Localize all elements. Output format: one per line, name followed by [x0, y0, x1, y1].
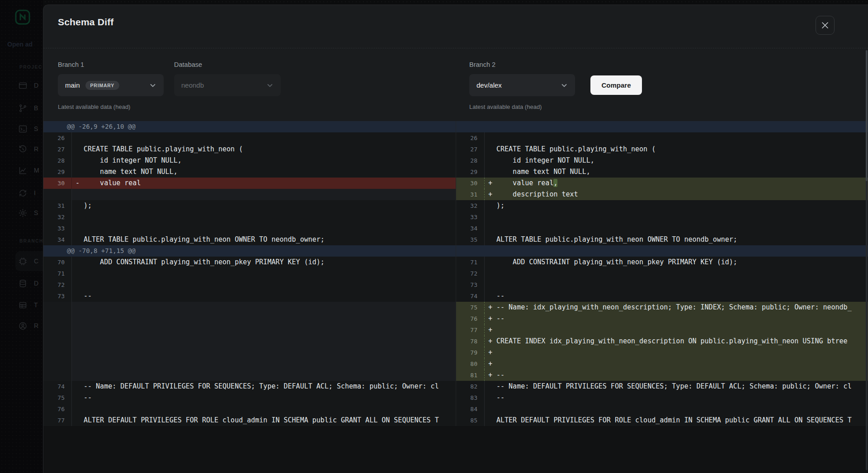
code-line [496, 211, 868, 223]
diff-row: 71 [43, 268, 456, 279]
header-divider [43, 48, 868, 48]
diff-marker [72, 415, 84, 426]
code-line [84, 268, 456, 279]
schema-diff-modal: Schema Diff Branch 1 main PRIMARY Latest… [43, 5, 868, 473]
diff-marker [72, 234, 84, 245]
code-line [84, 313, 456, 324]
branch2-select[interactable]: dev/alex [469, 74, 575, 96]
diff-row: 32 [43, 211, 456, 223]
hunk-header-label [456, 245, 480, 257]
line-number: 31 [456, 189, 485, 200]
code-line: ADD CONSTRAINT playing_with_neon_pkey PR… [496, 257, 868, 268]
diff-row: 83-- [456, 392, 868, 403]
diff-marker [72, 268, 84, 279]
diff-row: 26 [43, 132, 456, 144]
diff-row: 34 [456, 223, 868, 234]
diff-row: 76+-- [456, 313, 868, 324]
code-line [496, 223, 868, 234]
code-line: -- Name: DEFAULT PRIVILEGES FOR SEQUENCE… [496, 381, 868, 392]
line-number [43, 313, 72, 324]
code-line [84, 223, 456, 234]
line-number: 74 [456, 290, 485, 302]
diff-row: 75-- [43, 392, 456, 403]
diff-marker: + [485, 189, 496, 200]
chevron-down-icon [561, 82, 568, 89]
scrollbar-thumb[interactable] [866, 50, 868, 181]
diff-marker: + [485, 370, 496, 381]
diff-marker [485, 381, 496, 392]
diff-row: 74-- Name: DEFAULT PRIVILEGES FOR SEQUEN… [43, 381, 456, 392]
code-line: ALTER TABLE public.playing_with_neon OWN… [84, 234, 456, 245]
line-number [43, 370, 72, 381]
database-value: neondb [181, 81, 204, 89]
line-number: 71 [43, 268, 72, 279]
line-number: 79 [456, 347, 485, 358]
code-line: value real [84, 178, 456, 189]
diff-row: 70 ADD CONSTRAINT playing_with_neon_pkey… [43, 257, 456, 268]
diff-row: 78+CREATE INDEX idx_playing_with_neon_de… [456, 336, 868, 347]
code-line [496, 268, 868, 279]
diff-row: 30+ value real, [456, 178, 868, 189]
line-number: 35 [456, 234, 485, 245]
branch1-label: Branch 1 [58, 61, 84, 68]
diff-marker [72, 144, 84, 155]
diff-marker [72, 155, 84, 166]
chevron-down-icon [266, 82, 274, 89]
code-line [496, 403, 868, 415]
code-line [496, 358, 868, 370]
diff-marker [485, 279, 496, 290]
code-line [496, 279, 868, 290]
diff-row [43, 324, 456, 336]
primary-badge: PRIMARY [85, 81, 120, 90]
line-number: 29 [43, 166, 72, 178]
diff-row: 72 [456, 268, 868, 279]
database-label: Database [174, 61, 202, 68]
code-line: id integer NOT NULL, [84, 155, 456, 166]
diff-marker [485, 166, 496, 178]
sidebar: Open ad PROJECDBSRMISBRANCHCDTR [0, 0, 43, 473]
modal-title: Schema Diff [58, 17, 114, 28]
diff-marker: - [72, 178, 84, 189]
diff-marker [485, 268, 496, 279]
code-line [84, 279, 456, 290]
hunk-header-label: @@ -70,8 +71,15 @@ [43, 245, 136, 257]
code-line: name text NOT NULL, [84, 166, 456, 178]
hunk-header-row: @@ -26,9 +26,10 @@ [43, 121, 456, 132]
line-number: 33 [456, 211, 485, 223]
line-number: 85 [456, 415, 485, 426]
code-line [84, 358, 456, 370]
diff-row [43, 370, 456, 381]
diff-row: 32); [456, 200, 868, 211]
line-number: 75 [456, 302, 485, 313]
diff-row: 26 [456, 132, 868, 144]
compare-button[interactable]: Compare [590, 75, 642, 95]
close-button[interactable] [816, 16, 835, 35]
diff-pane-branch1: @@ -26,9 +26,10 @@2627CREATE TABLE publi… [43, 121, 456, 426]
schema-diff-viewer: @@ -26,9 +26,10 @@2627CREATE TABLE publi… [43, 121, 868, 426]
diff-row: 31+ description text [456, 189, 868, 200]
diff-marker: + [485, 313, 496, 324]
code-line: -- [496, 313, 868, 324]
branch2-value: dev/alex [476, 81, 502, 89]
line-number: 73 [43, 290, 72, 302]
line-number [43, 336, 72, 347]
diff-row: 28 id integer NOT NULL, [43, 155, 456, 166]
line-number: 27 [456, 144, 485, 155]
diff-marker [72, 358, 84, 370]
line-number: 34 [456, 223, 485, 234]
line-number: 28 [43, 155, 72, 166]
diff-row: 80+ [456, 358, 868, 370]
close-icon [821, 21, 829, 29]
branch1-select[interactable]: main PRIMARY [58, 74, 164, 96]
line-number: 72 [456, 268, 485, 279]
diff-row: 34ALTER TABLE public.playing_with_neon O… [43, 234, 456, 245]
line-number: 74 [43, 381, 72, 392]
diff-row: 27CREATE TABLE public.playing_with_neon … [456, 144, 868, 155]
line-number: 80 [456, 358, 485, 370]
diff-marker [72, 313, 84, 324]
backdrop-scrim [0, 0, 43, 473]
diff-row: 76 [43, 403, 456, 415]
diff-row: 28 id integer NOT NULL, [456, 155, 868, 166]
line-number: 30 [43, 178, 72, 189]
line-number: 77 [456, 324, 485, 336]
